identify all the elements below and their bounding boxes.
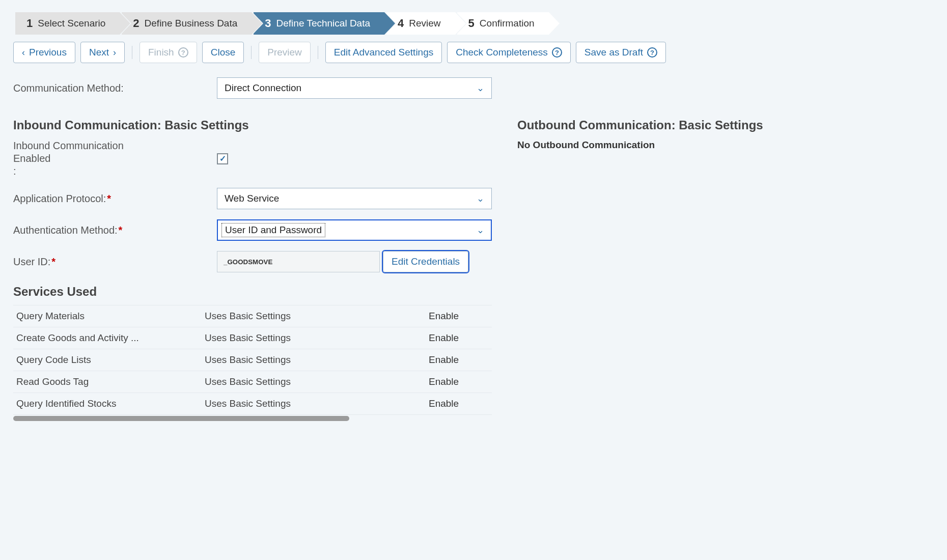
step-label: Select Scenario	[38, 18, 105, 29]
step-num: 3	[265, 17, 271, 30]
close-button[interactable]: Close	[202, 42, 244, 63]
service-name: Query Materials	[16, 311, 205, 322]
service-setting: Uses Basic Settings	[205, 332, 429, 344]
outbound-message: No Outbound Communication	[517, 139, 763, 151]
required-icon: *	[107, 193, 111, 204]
check-label: Check Completeness	[456, 47, 548, 58]
service-action[interactable]: Enable	[429, 354, 459, 366]
table-row: Query Identified StocksUses Basic Settin…	[13, 393, 492, 415]
table-row: Read Goods TagUses Basic SettingsEnable	[13, 371, 492, 393]
wizard-steps: 1 Select Scenario 2 Define Business Data…	[15, 12, 937, 35]
step-3[interactable]: 3 Define Technical Data	[254, 12, 384, 35]
check-completeness-button[interactable]: Check Completeness ?	[447, 42, 571, 63]
service-action[interactable]: Enable	[429, 311, 459, 322]
comm-method-value: Direct Connection	[225, 82, 301, 94]
next-button[interactable]: Next ›	[80, 42, 125, 63]
step-2[interactable]: 2 Define Business Data	[122, 12, 252, 35]
step-label: Define Technical Data	[276, 18, 370, 29]
table-row: Query MaterialsUses Basic SettingsEnable	[13, 305, 492, 327]
auth-method-label: Authentication Method:*	[13, 225, 217, 236]
step-1[interactable]: 1 Select Scenario	[15, 12, 120, 35]
divider	[132, 46, 132, 59]
service-action[interactable]: Enable	[429, 376, 459, 387]
service-name: Read Goods Tag	[16, 376, 205, 387]
service-action[interactable]: Enable	[429, 332, 459, 344]
service-name: Create Goods and Activity ...	[16, 332, 205, 344]
service-name: Query Code Lists	[16, 354, 205, 366]
service-action[interactable]: Enable	[429, 398, 459, 409]
edit-credentials-label: Edit Credentials	[392, 256, 460, 267]
help-icon: ?	[552, 47, 562, 58]
inbound-enabled-label: Inbound CommunicationEnabled:	[13, 139, 217, 178]
next-label: Next	[89, 47, 109, 58]
app-protocol-value: Web Service	[225, 193, 279, 204]
previous-button[interactable]: ‹ Previous	[13, 42, 75, 63]
toolbar: ‹ Previous Next › Finish ? Close Preview…	[13, 42, 937, 63]
inbound-enabled-checkbox[interactable]: ✓	[217, 153, 228, 164]
divider	[251, 46, 252, 59]
step-label: Confirmation	[480, 18, 535, 29]
step-num: 5	[468, 17, 475, 30]
step-5[interactable]: 5 Confirmation	[457, 12, 549, 35]
step-label: Define Business Data	[145, 18, 238, 29]
auth-method-value: User ID and Password	[221, 223, 325, 237]
service-setting: Uses Basic Settings	[205, 311, 429, 322]
service-name: Query Identified Stocks	[16, 398, 205, 409]
required-icon: *	[119, 225, 123, 236]
service-setting: Uses Basic Settings	[205, 354, 429, 366]
user-id-label: User ID:*	[13, 256, 217, 268]
edit-adv-label: Edit Advanced Settings	[334, 47, 433, 58]
chevron-left-icon: ‹	[22, 47, 25, 58]
table-row: Create Goods and Activity ...Uses Basic …	[13, 327, 492, 349]
auth-method-select[interactable]: User ID and Password ⌄	[217, 219, 492, 241]
preview-label: Preview	[267, 47, 302, 58]
comm-method-label: Communication Method:	[13, 82, 217, 94]
check-icon: ✓	[219, 154, 226, 163]
table-row: Query Code ListsUses Basic SettingsEnabl…	[13, 349, 492, 371]
save-draft-label: Save as Draft	[584, 47, 643, 58]
close-label: Close	[211, 47, 236, 58]
step-num: 4	[398, 17, 404, 30]
services-used-title: Services Used	[13, 285, 492, 299]
step-4[interactable]: 4 Review	[386, 12, 455, 35]
chevron-down-icon: ⌄	[477, 82, 484, 94]
preview-button: Preview	[259, 42, 311, 63]
outbound-title: Outbound Communication: Basic Settings	[517, 118, 763, 132]
app-protocol-label: Application Protocol:*	[13, 193, 217, 205]
user-id-input[interactable]	[217, 251, 380, 272]
help-icon: ?	[647, 47, 657, 58]
service-setting: Uses Basic Settings	[205, 398, 429, 409]
finish-label: Finish	[148, 47, 174, 58]
edit-credentials-button[interactable]: Edit Credentials	[383, 251, 468, 272]
edit-advanced-settings-button[interactable]: Edit Advanced Settings	[325, 42, 442, 63]
step-label: Review	[409, 18, 440, 29]
step-num: 1	[26, 17, 33, 30]
scrollbar[interactable]	[13, 416, 349, 421]
app-protocol-select[interactable]: Web Service ⌄	[217, 188, 492, 209]
save-as-draft-button[interactable]: Save as Draft ?	[576, 42, 666, 63]
divider	[318, 46, 318, 59]
chevron-down-icon: ⌄	[477, 193, 484, 204]
finish-button: Finish ?	[140, 42, 197, 63]
chevron-down-icon: ⌄	[477, 225, 484, 236]
chevron-right-icon: ›	[113, 47, 116, 58]
step-num: 2	[133, 17, 139, 30]
required-icon: *	[51, 256, 55, 267]
help-icon: ?	[178, 47, 188, 58]
inbound-title: Inbound Communication: Basic Settings	[13, 118, 492, 132]
service-setting: Uses Basic Settings	[205, 376, 429, 387]
comm-method-select[interactable]: Direct Connection ⌄	[217, 77, 492, 99]
previous-label: Previous	[29, 47, 67, 58]
